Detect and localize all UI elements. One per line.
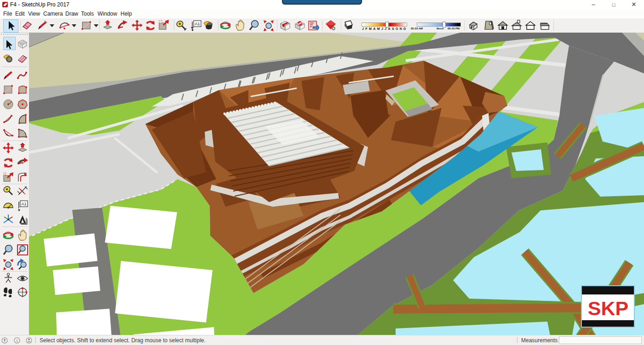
svg-text:A1: A1 [195,22,200,26]
svg-text:i: i [17,339,18,343]
svg-text:A1: A1 [21,202,26,206]
svg-text:SKP: SKP [588,297,628,319]
